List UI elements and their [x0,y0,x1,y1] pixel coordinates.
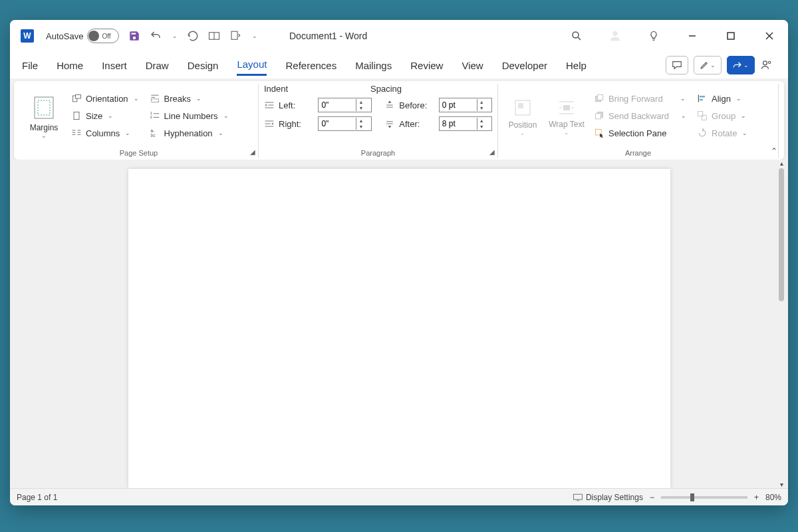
spinner-up-icon[interactable]: ▲ [477,99,486,105]
tab-insert[interactable]: Insert [102,56,127,75]
scrollbar-thumb[interactable] [779,168,784,301]
spinner-up-icon[interactable]: ▲ [356,118,365,124]
indent-right-input[interactable]: ▲▼ [318,116,371,131]
close-button[interactable] [756,23,783,49]
document-page[interactable] [128,169,670,488]
indent-left-field[interactable] [319,100,356,110]
scroll-up-icon[interactable]: ▴ [780,160,783,167]
group-icon [697,110,708,121]
title-bar: W AutoSave Off ⌄ ⌄ Document1 - [10,20,788,52]
account-icon[interactable] [602,23,628,49]
rotate-button: Rotate⌄ [694,126,750,140]
qat-customize-icon[interactable]: ⌄ [252,33,257,39]
help-tip-icon[interactable] [640,23,667,49]
save-icon[interactable] [128,30,140,42]
autosave-label: AutoSave [46,31,83,41]
spacing-before-input[interactable]: ▲▼ [439,98,492,112]
spacing-after-label: After: [399,119,434,129]
spinner-up-icon[interactable]: ▲ [356,99,365,105]
spacing-after-field[interactable] [440,119,477,128]
qat-button-1[interactable] [208,31,220,41]
redo-button[interactable] [187,30,199,42]
selection-pane-button[interactable]: Selection Pane [591,126,689,140]
minimize-button[interactable] [679,23,706,49]
spinner-down-icon[interactable]: ▼ [356,124,365,130]
wrap-text-button: Wrap Text ⌄ [547,84,586,148]
svg-rect-25 [151,99,158,102]
orientation-button[interactable]: Orientation⌄ [68,92,142,105]
position-button: Position ⌄ [503,84,542,148]
zoom-in-button[interactable]: + [754,493,759,502]
rotate-label: Rotate [712,128,737,138]
wrap-text-icon [557,98,577,117]
tab-home[interactable]: Home [57,56,83,75]
tab-review[interactable]: Review [410,56,443,75]
paragraph-group-label: Paragraph [264,148,492,158]
qat-button-2[interactable] [229,30,241,42]
vertical-scrollbar[interactable]: ▴ ▾ [776,160,787,488]
spinner-down-icon[interactable]: ▼ [477,105,486,111]
share-button[interactable]: ⌄ [727,56,755,74]
svg-point-3 [573,32,579,38]
tab-view[interactable]: View [462,56,483,75]
size-button[interactable]: Size⌄ [68,109,142,122]
indent-right-icon [264,118,275,129]
tab-developer[interactable]: Developer [502,56,547,75]
zoom-slider-thumb[interactable] [690,493,694,501]
display-settings-icon [573,493,583,502]
spinner-down-icon[interactable]: ▼ [356,105,365,111]
spacing-before-field[interactable] [440,100,477,110]
spinner-up-icon[interactable]: ▲ [477,118,486,124]
svg-rect-16 [74,112,79,119]
hyphenation-button[interactable]: a-bc Hyphenation⌄ [147,126,231,140]
chevron-down-icon: ⌄ [710,62,716,68]
display-settings-button[interactable]: Display Settings [573,493,643,502]
editing-button[interactable]: ⌄ [694,56,722,74]
tab-references[interactable]: References [285,56,336,75]
page-info[interactable]: Page 1 of 1 [17,493,57,502]
tab-layout[interactable]: Layout [237,55,267,76]
tab-draw[interactable]: Draw [146,56,169,75]
chevron-down-icon: ⌄ [736,95,741,102]
zoom-slider[interactable] [661,496,747,499]
breaks-button[interactable]: Breaks⌄ [147,92,231,105]
paragraph-launcher-icon[interactable]: ◢ [489,148,495,156]
orientation-icon [71,93,82,104]
svg-text:bc: bc [150,133,156,138]
chevron-down-icon: ⌄ [742,130,747,136]
tab-file[interactable]: File [22,56,38,75]
align-label: Align [712,94,731,104]
position-label: Position [509,120,537,130]
margins-button[interactable]: Margins ⌄ [25,84,63,148]
autosave-knob-icon [88,31,99,41]
zoom-level[interactable]: 80% [765,493,781,502]
svg-text:2: 2 [150,115,152,119]
tab-help[interactable]: Help [566,56,587,75]
zoom-out-button[interactable]: − [650,493,654,502]
comments-button[interactable] [666,56,688,74]
spacing-after-input[interactable]: ▲▼ [439,116,492,131]
indent-left-input[interactable]: ▲▼ [318,98,371,112]
spacing-before-icon [384,100,395,110]
columns-button[interactable]: Columns⌄ [68,126,142,140]
scroll-down-icon[interactable]: ▾ [780,481,783,488]
search-icon[interactable] [563,23,590,49]
spinner-down-icon[interactable]: ▼ [477,124,486,130]
svg-rect-2 [231,31,237,39]
tab-mailings[interactable]: Mailings [355,56,392,75]
ribbon-collapse-icon[interactable]: ⌃ [771,146,777,156]
document-canvas: ▴ ▾ [10,160,788,488]
align-button[interactable]: Align⌄ [694,92,750,105]
chevron-down-icon: ⌄ [108,112,113,119]
undo-dropdown-icon[interactable]: ⌄ [172,33,178,39]
indent-right-field[interactable] [319,119,356,128]
page-setup-launcher-icon[interactable]: ◢ [250,148,255,156]
titlebar-right [563,23,783,49]
autosave-toggle[interactable]: Off [87,29,119,43]
maximize-button[interactable] [718,23,744,49]
svg-rect-57 [698,112,703,116]
undo-button[interactable] [150,30,162,42]
tab-design[interactable]: Design [188,56,219,75]
account-silhouette-icon[interactable] [760,59,776,72]
line-numbers-button[interactable]: 12 Line Numbers⌄ [147,109,231,122]
